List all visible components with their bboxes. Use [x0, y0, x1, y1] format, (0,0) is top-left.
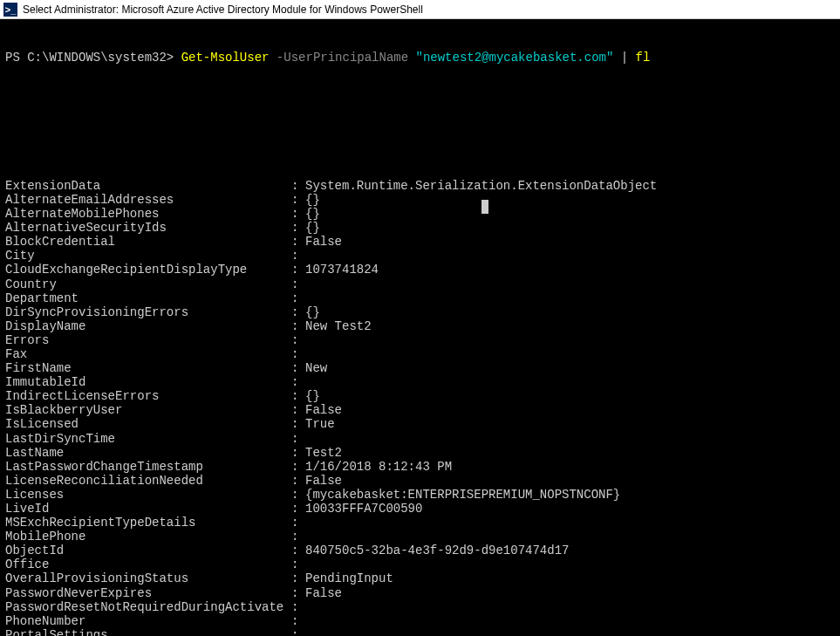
property-value: {} — [305, 221, 835, 235]
property-separator: : — [291, 417, 305, 431]
property-row: PasswordNeverExpires: False — [5, 586, 835, 600]
property-row: DisplayName: New Test2 — [5, 319, 835, 333]
property-key: AlternateMobilePhones — [5, 207, 291, 221]
property-key: CloudExchangeRecipientDisplayType — [5, 263, 291, 277]
property-key: IndirectLicenseErrors — [5, 389, 291, 403]
property-key: MobilePhone — [5, 530, 291, 544]
property-key: DirSyncProvisioningErrors — [5, 305, 291, 319]
property-value: False — [305, 403, 835, 417]
property-key: LiveId — [5, 502, 291, 516]
property-value: False — [305, 474, 835, 488]
property-value: Test2 — [305, 446, 835, 460]
property-key: AlternativeSecurityIds — [5, 221, 291, 235]
property-value — [305, 291, 835, 305]
command-suffix: fl — [636, 51, 651, 65]
property-value: False — [305, 586, 835, 600]
property-row: Department: — [5, 291, 835, 305]
property-value: {} — [305, 207, 835, 221]
property-separator: : — [291, 277, 305, 291]
property-row: CloudExchangeRecipientDisplayType: 10737… — [5, 263, 835, 277]
property-key: IsLicensed — [5, 417, 291, 431]
property-value — [305, 614, 835, 628]
window-title-bar[interactable]: >_ Select Administrator: Microsoft Azure… — [0, 0, 840, 19]
property-value — [305, 375, 835, 389]
blank-line — [5, 137, 835, 151]
property-key: LastPasswordChangeTimestamp — [5, 460, 291, 474]
property-row: OverallProvisioningStatus: PendingInput — [5, 571, 835, 585]
property-row: MSExchRecipientTypeDetails: — [5, 516, 835, 530]
property-key: FirstName — [5, 361, 291, 375]
property-separator: : — [291, 375, 305, 389]
text-cursor — [481, 200, 488, 214]
property-row: ExtensionData: System.Runtime.Serializat… — [5, 179, 835, 193]
window-title: Select Administrator: Microsoft Azure Ac… — [23, 3, 423, 16]
property-value — [305, 557, 835, 571]
property-separator: : — [291, 207, 305, 221]
property-separator: : — [291, 460, 305, 474]
property-separator: : — [291, 403, 305, 417]
property-row: LastDirSyncTime: — [5, 432, 835, 446]
property-separator: : — [291, 432, 305, 446]
property-row: Office: — [5, 557, 835, 571]
powershell-icon: >_ — [3, 3, 17, 17]
property-separator: : — [291, 361, 305, 375]
prompt-prefix: PS C:\WINDOWS\system32> — [5, 51, 181, 65]
property-value — [305, 600, 835, 614]
property-value — [305, 347, 835, 361]
blank-line — [5, 94, 835, 108]
property-value: 10033FFFA7C00590 — [305, 502, 835, 516]
property-row: MobilePhone: — [5, 530, 835, 544]
property-value: PendingInput — [305, 571, 835, 585]
property-key: OverallProvisioningStatus — [5, 571, 291, 585]
property-separator: : — [291, 263, 305, 277]
property-separator: : — [291, 614, 305, 628]
property-separator: : — [291, 291, 305, 305]
property-key: LicenseReconciliationNeeded — [5, 474, 291, 488]
command-cmdlet: Get-MsolUser — [181, 51, 270, 65]
property-row: AlternateEmailAddresses: {} — [5, 193, 835, 207]
property-row: LastPasswordChangeTimestamp: 1/16/2018 8… — [5, 460, 835, 474]
property-value — [305, 530, 835, 544]
property-separator: : — [291, 319, 305, 333]
property-value: {mycakebasket:ENTERPRISEPREMIUM_NOPSTNCO… — [305, 488, 835, 502]
property-row: ObjectId: 840750c5-32ba-4e3f-92d9-d9e107… — [5, 544, 835, 557]
property-key: ImmutableId — [5, 375, 291, 389]
property-separator: : — [291, 193, 305, 207]
property-separator: : — [291, 446, 305, 460]
property-separator: : — [291, 249, 305, 263]
property-value: System.Runtime.Serialization.ExtensionDa… — [305, 179, 835, 193]
property-value: New Test2 — [305, 319, 835, 333]
command-pipe: | — [613, 51, 635, 65]
property-key: PhoneNumber — [5, 614, 291, 628]
command-prompt-line: PS C:\WINDOWS\system32> Get-MsolUser -Us… — [5, 51, 835, 65]
property-row: Licenses: {mycakebasket:ENTERPRISEPREMIU… — [5, 488, 835, 502]
property-value: 1073741824 — [305, 263, 835, 277]
property-value: New — [305, 361, 835, 375]
property-key: PasswordResetNotRequiredDuringActivate — [5, 600, 291, 614]
property-separator: : — [291, 333, 305, 347]
property-row: City: — [5, 249, 835, 263]
property-key: Department — [5, 291, 291, 305]
property-key: Fax — [5, 347, 291, 361]
property-row: AlternativeSecurityIds: {} — [5, 221, 835, 235]
property-row: LiveId: 10033FFFA7C00590 — [5, 502, 835, 516]
property-separator: : — [291, 571, 305, 585]
property-separator: : — [291, 586, 305, 600]
terminal-output[interactable]: PS C:\WINDOWS\system32> Get-MsolUser -Us… — [0, 19, 840, 636]
property-list: ExtensionData: System.Runtime.Serializat… — [5, 179, 835, 636]
property-separator: : — [291, 474, 305, 488]
property-separator: : — [291, 221, 305, 235]
property-separator: : — [291, 235, 305, 249]
property-value — [305, 628, 835, 636]
property-value: 840750c5-32ba-4e3f-92d9-d9e107474d17 — [305, 544, 835, 557]
property-separator: : — [291, 179, 305, 193]
property-row: AlternateMobilePhones: {} — [5, 207, 835, 221]
property-row: BlockCredential: False — [5, 235, 835, 249]
property-separator: : — [291, 628, 305, 636]
property-value — [305, 516, 835, 530]
property-key: AlternateEmailAddresses — [5, 193, 291, 207]
property-key: Office — [5, 557, 291, 571]
property-row: IsBlackberryUser: False — [5, 403, 835, 417]
property-key: IsBlackberryUser — [5, 403, 291, 417]
command-param-value: "newtest2@mycakebasket.com" — [416, 51, 614, 65]
